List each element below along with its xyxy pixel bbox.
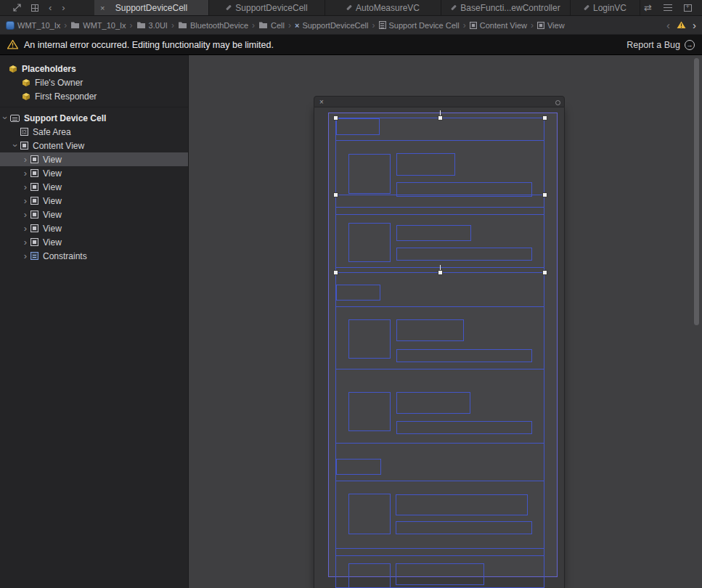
interface-builder-canvas[interactable]: ×	[189, 55, 702, 588]
disclosure-collapsed-icon[interactable]: ›	[20, 168, 30, 178]
label-placeholder[interactable]	[336, 459, 381, 475]
canvas-vertical-scrollbar[interactable]	[694, 58, 699, 325]
disclosure-collapsed-icon[interactable]: ›	[20, 196, 30, 205]
label-placeholder[interactable]	[396, 248, 532, 261]
image-view-placeholder[interactable]	[348, 319, 391, 359]
breadcrumb-label: SupportDeviceCell	[302, 21, 368, 30]
navigate-back-icon[interactable]: ‹	[49, 3, 52, 12]
file-pen-icon	[451, 5, 457, 11]
selection-handle[interactable]	[333, 270, 338, 275]
code-review-icon[interactable]: ⇄	[644, 3, 652, 12]
add-editor-icon[interactable]	[684, 4, 692, 12]
selection-handle[interactable]	[542, 192, 547, 197]
view-icon	[30, 155, 38, 163]
disclosure-collapsed-icon[interactable]: ›	[20, 224, 30, 233]
navigate-forward-icon[interactable]: ›	[62, 3, 65, 12]
outline-view-2[interactable]: › View	[0, 166, 188, 180]
breadcrumb-view[interactable]: View	[537, 21, 565, 30]
cell-editor-titlebar[interactable]: ×	[314, 96, 565, 107]
label-placeholder[interactable]	[396, 494, 528, 515]
outline-view-3[interactable]: › View	[0, 180, 188, 194]
breadcrumb-xib-file[interactable]: × SupportDeviceCell	[295, 21, 369, 30]
view-icon	[30, 238, 38, 246]
warning-icon[interactable]	[677, 21, 686, 29]
selection-handle[interactable]	[542, 115, 547, 121]
label-placeholder[interactable]	[396, 392, 470, 414]
disclosure-collapsed-icon[interactable]: ›	[20, 251, 30, 261]
split-view-icon[interactable]	[13, 4, 21, 12]
label-placeholder[interactable]	[336, 118, 380, 135]
breadcrumb-content-view[interactable]: Content View	[470, 21, 527, 30]
editor-close-icon[interactable]: ×	[318, 99, 325, 106]
editor-resize-knob-icon[interactable]	[555, 100, 560, 105]
safe-area-label: Safe Area	[33, 127, 71, 137]
label-placeholder[interactable]	[396, 225, 471, 241]
disclosure-collapsed-icon[interactable]: ›	[20, 237, 30, 247]
tab-overview-icon[interactable]	[31, 4, 38, 12]
label-placeholder[interactable]	[396, 421, 532, 434]
image-view-placeholder[interactable]	[348, 563, 391, 588]
breadcrumb-project[interactable]: WMT_10_Ix	[6, 21, 60, 30]
tab-label: AutoMeasureVC	[356, 3, 420, 13]
disclosure-expanded-icon[interactable]: ›	[10, 141, 20, 150]
xib-file-icon: ×	[295, 21, 299, 30]
view-icon	[30, 211, 38, 219]
selection-handle[interactable]	[542, 270, 547, 275]
tab-basefunctionviewcontroller[interactable]: BaseFuncti...ewController	[441, 0, 571, 15]
disclosure-expanded-icon[interactable]: ›	[0, 113, 10, 123]
image-view-placeholder[interactable]	[348, 494, 391, 534]
view-label: View	[43, 237, 62, 248]
breadcrumb-folder-3oui[interactable]: 3.0UI	[136, 21, 168, 30]
tab-supportdevicecell-2[interactable]: SupportDeviceCell	[209, 0, 325, 15]
disclosure-collapsed-icon[interactable]: ›	[20, 210, 30, 219]
label-placeholder[interactable]	[396, 563, 484, 585]
outline-files-owner[interactable]: File's Owner	[0, 75, 188, 89]
next-issue-icon[interactable]: ›	[693, 19, 696, 31]
disclosure-collapsed-icon[interactable]: ›	[20, 182, 30, 192]
editor-options-icon[interactable]	[664, 4, 672, 11]
image-view-placeholder[interactable]	[348, 154, 391, 194]
tab-loginvc[interactable]: LoginVC	[571, 0, 640, 15]
folder-icon	[70, 21, 80, 29]
selection-handle[interactable]	[333, 115, 338, 121]
outline-content-view[interactable]: › Content View	[0, 139, 188, 152]
image-view-placeholder[interactable]	[348, 223, 391, 262]
outline-view-5[interactable]: › View	[0, 208, 188, 221]
report-a-bug-button[interactable]: Report a Bug →	[627, 40, 695, 50]
outline-view-7[interactable]: › View	[0, 235, 188, 249]
file-pen-icon	[226, 5, 232, 11]
label-placeholder[interactable]	[336, 285, 380, 301]
outline-support-device-cell[interactable]: › Support Device Cell	[0, 111, 188, 125]
disclosure-collapsed-icon[interactable]: ›	[20, 155, 30, 164]
selection-handle[interactable]	[438, 115, 443, 121]
tab-label: SupportDeviceCell	[235, 3, 307, 13]
outline-placeholders-header[interactable]: Placeholders	[0, 62, 188, 75]
outline-view-6[interactable]: › View	[0, 221, 188, 235]
label-placeholder[interactable]	[396, 349, 532, 362]
outline-safe-area[interactable]: Safe Area	[0, 125, 188, 139]
breadcrumb-folder-wmt[interactable]: WMT_10_Ix	[70, 21, 126, 30]
breadcrumb-label: Support Device Cell	[389, 21, 460, 30]
tab-supportdevicecell-active[interactable]: × SupportDeviceCell	[94, 0, 209, 15]
warning-icon	[7, 40, 18, 49]
outline-view-1[interactable]: › View	[0, 152, 188, 166]
outline-constraints[interactable]: › Constraints	[0, 249, 188, 263]
image-view-placeholder[interactable]	[348, 392, 391, 431]
breadcrumb-cell-object[interactable]: Support Device Cell	[379, 21, 460, 30]
file-pen-icon	[346, 5, 352, 11]
selection-handle[interactable]	[333, 192, 338, 197]
breadcrumb-label: BluetoothDevice	[190, 21, 248, 30]
breadcrumb-folder-cell[interactable]: Cell	[258, 21, 285, 30]
selection-handle[interactable]	[438, 270, 443, 275]
label-placeholder[interactable]	[396, 153, 455, 176]
outline-view-4[interactable]: › View	[0, 194, 188, 208]
tab-close-icon[interactable]: ×	[100, 4, 105, 12]
tab-automeasurevc[interactable]: AutoMeasureVC	[325, 0, 441, 15]
constraints-icon	[30, 252, 38, 260]
label-placeholder[interactable]	[396, 319, 464, 341]
label-placeholder[interactable]	[396, 521, 532, 534]
breadcrumb-folder-bluetoothdevice[interactable]: BluetoothDevice	[178, 21, 248, 30]
outline-first-responder[interactable]: First Responder	[0, 89, 188, 103]
breadcrumb-label: 3.0UI	[149, 21, 168, 30]
previous-issue-icon[interactable]: ‹	[666, 19, 670, 31]
